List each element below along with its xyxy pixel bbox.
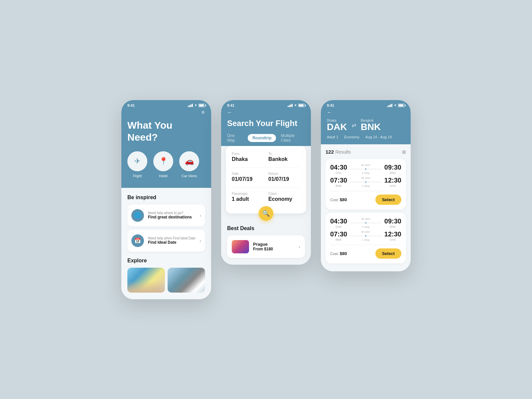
cost-1: Cost: $80 — [330, 197, 347, 202]
menu-icon[interactable]: ≡ — [127, 109, 205, 115]
back-button[interactable]: ← — [227, 109, 305, 115]
tab-multicity[interactable]: Multiple Cities — [281, 133, 305, 143]
best-deals-section: Best Deals Prague From $180 › — [226, 225, 306, 258]
arrow-icon-1: › — [200, 213, 201, 218]
plane-icon-3: ✈ — [364, 221, 367, 225]
cost-value-2: $80 — [340, 251, 347, 256]
return-label: Return — [268, 172, 300, 176]
arr-block-1: 09:30 BNK — [384, 164, 401, 175]
stops-3: 1 Stop — [362, 225, 369, 228]
inspire-dates[interactable]: 📅 Need help when Find Ideal Date Find Id… — [127, 230, 205, 252]
flight-label: Flight — [133, 174, 142, 178]
passenger-field[interactable]: Passenger 1 adult — [232, 192, 264, 202]
dep-time-4: 07:30 — [330, 230, 347, 238]
wifi-icon-2: ▾ — [295, 103, 296, 107]
results-header-bar: ← Dhaka DAK ⇄ Bangkok BNK Adult 1 Econom… — [321, 109, 411, 144]
to-field[interactable]: To Bankok — [268, 152, 300, 162]
return-value: 01/07/19 — [268, 176, 300, 182]
inspire-main-1: Find great destinations — [148, 215, 196, 219]
mountain-image[interactable] — [168, 268, 205, 293]
flight-middle-2: 6h 40m ✈ 1 Stop — [350, 177, 382, 188]
wifi-icon-3: ▾ — [394, 103, 396, 107]
flight-leg3: 04:30 DAK 6h 40m ✈ 1 Stop 09:30 BNK — [330, 217, 401, 228]
to-value: Bankok — [268, 156, 300, 162]
search-title: Search Your Flight — [227, 119, 305, 128]
deal-prague[interactable]: Prague From $180 › — [227, 235, 305, 258]
flight-middle-1: 6h 40m ✈ 1 Stop — [350, 164, 382, 175]
price-prefix: From — [253, 247, 264, 251]
date-value: 01/07/19 — [232, 176, 264, 182]
passenger-label: Passenger — [232, 192, 264, 196]
wifi-icon: ▾ — [195, 103, 197, 107]
phone-search: 9:41 ▾ ← Search Your Flight One Way Roun… — [221, 100, 311, 265]
category-hotel[interactable]: 📍 Hotel — [153, 151, 173, 178]
results-body: 122 Results ⊞ 04:30 DAK 6h 40m ✈ 1 Stop — [321, 144, 411, 271]
status-icons-3: ▾ — [387, 103, 405, 107]
tab-oneway[interactable]: One Way — [227, 133, 243, 143]
plane-icon-4: ✈ — [364, 234, 367, 238]
dep-block-1: 04:30 DAK — [330, 164, 347, 175]
arr-block-3: 09:30 BNK — [384, 217, 401, 228]
from-field[interactable]: From Dhaka — [232, 152, 264, 162]
arr-airport-3: BNK — [384, 225, 401, 228]
search-button[interactable]: 🔍 — [259, 206, 273, 221]
dest-city: Bangkok BNK — [361, 119, 381, 132]
inspire-sub-2: Need help when Find Ideal Date — [148, 236, 196, 240]
deal-info: Prague From $180 — [253, 242, 295, 251]
arrow-icon-2: › — [200, 238, 201, 243]
inspire-destinations[interactable]: 🌐 Need help where to go? Find great dest… — [127, 204, 205, 226]
passenger-value: 1 adult — [232, 196, 264, 202]
calendar-icon: 📅 — [131, 234, 144, 247]
dep-airport-1: DAK — [330, 171, 347, 175]
deal-thumb — [232, 240, 249, 253]
stops-4: 1 Stop — [362, 238, 369, 241]
phone-results: 9:41 ▾ ← Dhaka DAK ⇄ Bangkok BNK — [321, 100, 411, 271]
globe-icon: 🌐 — [131, 209, 144, 222]
cost-value-1: $80 — [340, 197, 347, 202]
phone-home: 9:41 ▾ ≡ What You Need? ✈ Flight — [121, 100, 211, 299]
category-flight[interactable]: ✈ Flight — [127, 151, 147, 178]
plane-icon-2: ✈ — [364, 180, 367, 184]
count-number: 122 — [326, 149, 334, 155]
deal-price: From $180 — [253, 247, 295, 251]
date-label: Date — [232, 172, 264, 176]
dest-code: BNK — [361, 122, 381, 132]
explore-images — [127, 268, 205, 293]
origin-code: DAK — [327, 122, 347, 132]
back-button-3[interactable]: ← — [327, 109, 405, 115]
return-field[interactable]: Return 01/07/19 — [268, 172, 300, 182]
filter-icon[interactable]: ⊞ — [402, 149, 406, 155]
flight-middle-3: 6h 40m ✈ 1 Stop — [350, 217, 382, 228]
dep-airport-3: DAK — [330, 225, 347, 228]
class-field[interactable]: Class Economy — [268, 192, 300, 202]
dep-airport-4: BNK — [330, 238, 347, 241]
tab-roundtrip[interactable]: Roundtrip — [248, 134, 276, 142]
divider-1 — [232, 168, 300, 168]
dep-airport-2: BNK — [330, 184, 347, 188]
explore-title: Explore — [127, 258, 205, 264]
category-carhires[interactable]: 🚗 Car Hires — [179, 151, 199, 178]
flight-middle-4: 6h 40m ✈ 1 Stop — [350, 230, 382, 241]
status-time: 9:41 — [127, 103, 135, 107]
select-button-2[interactable]: Select — [375, 248, 401, 259]
from-label: From — [232, 152, 264, 156]
hotel-icon: 📍 — [153, 151, 173, 171]
flight-icon: ✈ — [127, 151, 147, 171]
beach-image[interactable] — [127, 268, 165, 293]
select-button-1[interactable]: Select — [375, 195, 401, 205]
duration-1: 6h 40m — [361, 164, 370, 167]
deal-city: Prague — [253, 242, 295, 247]
flight-footer-1: Cost: $80 Select — [330, 191, 401, 205]
price-value: $180 — [264, 247, 273, 251]
battery-icon-2 — [298, 104, 305, 107]
to-label: To — [268, 152, 300, 156]
carhires-icon: 🚗 — [179, 151, 199, 171]
search-header: ← Search Your Flight One Way Roundtrip M… — [221, 109, 311, 149]
home-header: ≡ What You Need? ✈ Flight 📍 Hotel 🚗 Car … — [121, 109, 211, 188]
swap-icon: ⇄ — [352, 122, 356, 128]
origin-city: Dhaka DAK — [327, 119, 347, 132]
pax-class-row: Passenger 1 adult Class Economy — [232, 192, 300, 202]
meta-dates: Aug 14 - Aug 19 — [365, 135, 392, 139]
date-field[interactable]: Date 01/07/19 — [232, 172, 264, 182]
inspire-main-2: Find Ideal Date — [148, 240, 196, 245]
